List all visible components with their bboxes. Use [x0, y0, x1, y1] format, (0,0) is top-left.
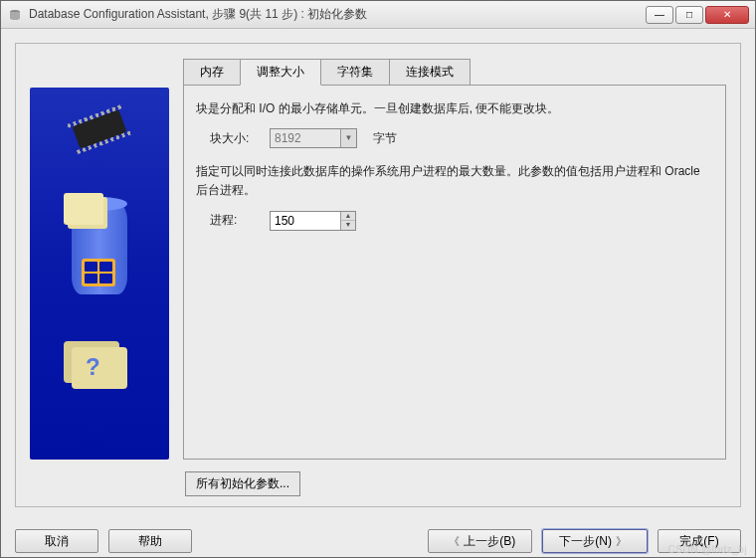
wizard-sidebar: ✓ ✓ ✓ ✓ — [30, 58, 169, 460]
step-cylinder-icon — [36, 189, 163, 308]
back-label: 上一步(B) — [464, 533, 515, 550]
block-size-row: 块大小: ▼ 字节 — [210, 128, 713, 148]
maximize-button[interactable]: □ — [675, 6, 703, 24]
back-arrow-icon: 《 — [449, 534, 460, 549]
window-title: Database Configuration Assistant, 步骤 9(共… — [29, 6, 646, 23]
block-size-select[interactable]: ▼ — [270, 128, 357, 148]
next-arrow-icon: 》 — [616, 534, 627, 549]
tab-memory[interactable]: 内存 — [183, 59, 241, 86]
all-params-row: 所有初始化参数... — [16, 467, 740, 506]
process-row: 进程: ▲ ▼ — [210, 211, 713, 231]
process-description: 指定可以同时连接此数据库的操作系统用户进程的最大数量。此参数的值包括用户进程和 … — [196, 162, 713, 200]
window-controls: — □ ✕ — [646, 6, 749, 24]
titlebar: Database Configuration Assistant, 步骤 9(共… — [1, 1, 755, 29]
all-init-params-button[interactable]: 所有初始化参数... — [185, 471, 300, 496]
wizard-footer: 取消 帮助 《 上一步(B) 下一步(N) 》 完成(F) — [1, 521, 755, 557]
tab-connection-mode[interactable]: 连接模式 — [389, 59, 471, 86]
main-layout: ✓ ✓ ✓ ✓ 内存 调整大小 字符集 连接模式 块是分配和 I/O 的最小存储… — [16, 44, 740, 467]
next-label: 下一步(N) — [559, 533, 612, 550]
tab-sizing[interactable]: 调整大小 — [240, 59, 321, 86]
process-input[interactable] — [271, 212, 340, 230]
step-chip-icon — [36, 99, 163, 159]
sidebar-graphic: ✓ ✓ ✓ ✓ — [30, 88, 169, 460]
watermark: CSDN @lhdz_bj — [668, 544, 747, 555]
app-window: Database Configuration Assistant, 步骤 9(共… — [0, 0, 756, 558]
content-area: ✓ ✓ ✓ ✓ 内存 调整大小 字符集 连接模式 块是分配和 I/O 的最小存储… — [15, 43, 741, 507]
tab-charset[interactable]: 字符集 — [320, 59, 390, 86]
help-button[interactable]: 帮助 — [108, 529, 192, 553]
close-button[interactable]: ✕ — [705, 6, 749, 24]
process-label: 进程: — [210, 211, 260, 230]
app-icon — [7, 7, 23, 23]
right-pane: 内存 调整大小 字符集 连接模式 块是分配和 I/O 的最小存储单元。一旦创建数… — [183, 58, 726, 460]
minimize-button[interactable]: — — [646, 6, 673, 24]
cancel-button[interactable]: 取消 — [15, 529, 98, 553]
chevron-down-icon[interactable]: ▼ — [340, 129, 356, 147]
block-description: 块是分配和 I/O 的最小存储单元。一旦创建数据库后, 便不能更改块。 — [196, 99, 713, 118]
block-size-unit: 字节 — [373, 129, 397, 148]
tab-panel-sizing: 块是分配和 I/O 的最小存储单元。一旦创建数据库后, 便不能更改块。 块大小:… — [183, 85, 726, 460]
next-button[interactable]: 下一步(N) 》 — [542, 529, 648, 553]
back-button[interactable]: 《 上一步(B) — [428, 529, 532, 553]
step-folder-icon — [36, 338, 163, 398]
block-size-value — [271, 130, 340, 146]
spinner-buttons: ▲ ▼ — [340, 212, 355, 230]
spinner-down-icon[interactable]: ▼ — [341, 221, 355, 230]
block-size-label: 块大小: — [210, 129, 260, 148]
process-spinner[interactable]: ▲ ▼ — [270, 211, 356, 231]
tab-bar: 内存 调整大小 字符集 连接模式 — [183, 58, 726, 85]
